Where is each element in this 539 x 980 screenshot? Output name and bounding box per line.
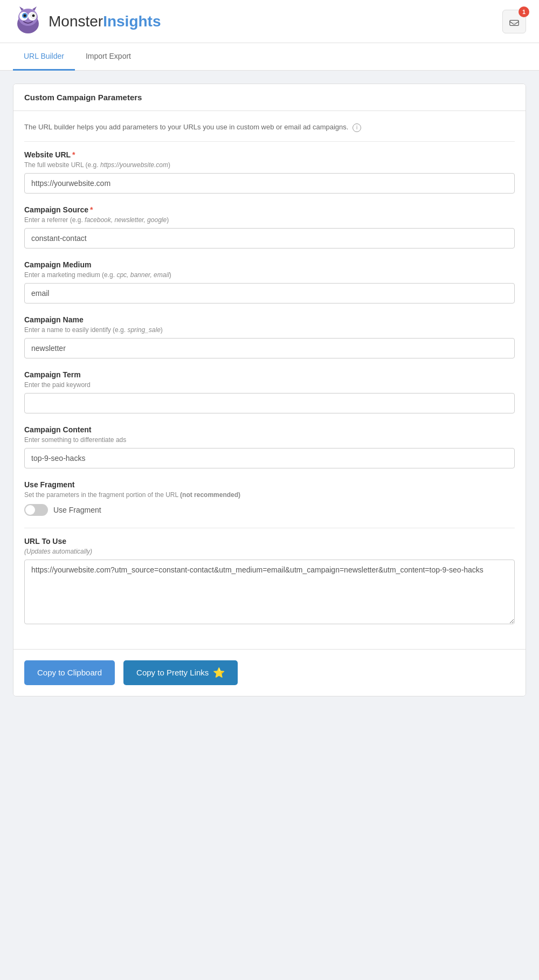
campaign-name-hint: Enter a name to easily identify (e.g. sp… (24, 326, 515, 334)
url-to-use-label-text: URL To Use (24, 537, 66, 546)
inbox-icon (509, 16, 519, 27)
logo: MonsterInsights (13, 6, 161, 37)
campaign-content-label: Campaign Content (24, 425, 515, 434)
campaign-content-hint: Enter something to differentiate ads (24, 436, 515, 444)
card-title: Custom Campaign Parameters (13, 84, 526, 111)
campaign-name-hint-end: ) (161, 326, 163, 334)
website-url-hint: The full website URL (e.g. https://yourw… (24, 161, 515, 169)
campaign-source-required: * (90, 205, 93, 214)
website-url-input[interactable] (24, 173, 515, 194)
logo-text: MonsterInsights (49, 13, 161, 30)
use-fragment-group: Use Fragment Set the parameters in the f… (24, 480, 515, 516)
campaign-term-hint-plain: Enter the paid keyword (24, 381, 91, 389)
campaign-source-hint-end: ) (167, 216, 169, 224)
website-url-label-text: Website URL (24, 150, 71, 159)
tab-url-builder[interactable]: URL Builder (13, 43, 75, 71)
website-url-required: * (72, 150, 75, 159)
website-url-group: Website URL* The full website URL (e.g. … (24, 150, 515, 194)
notification-badge: 1 (519, 6, 529, 17)
toggle-label-text: Use Fragment (53, 506, 101, 514)
campaign-content-hint-plain: Enter something to differentiate ads (24, 436, 126, 444)
campaign-content-label-text: Campaign Content (24, 425, 91, 434)
campaign-source-hint-italic: facebook, newsletter, google (85, 216, 167, 224)
campaign-medium-group: Campaign Medium Enter a marketing medium… (24, 260, 515, 303)
toggle-slider (24, 504, 48, 516)
logo-text-accent: Insights (103, 13, 161, 30)
use-fragment-label-text: Use Fragment (24, 480, 74, 489)
campaign-source-label-text: Campaign Source (24, 205, 88, 214)
description-text: The URL builder helps you add parameters… (24, 122, 515, 133)
divider-2 (24, 528, 515, 528)
campaign-card: Custom Campaign Parameters The URL build… (13, 84, 526, 696)
main-content: Custom Campaign Parameters The URL build… (0, 71, 539, 709)
copy-clipboard-label: Copy to Clipboard (37, 668, 102, 677)
use-fragment-hint-bold: (not recommended) (180, 491, 240, 499)
campaign-medium-hint-plain: Enter a marketing medium (e.g. (24, 271, 116, 279)
website-url-label: Website URL* (24, 150, 515, 159)
campaign-name-group: Campaign Name Enter a name to easily ide… (24, 315, 515, 358)
campaign-content-group: Campaign Content Enter something to diff… (24, 425, 515, 468)
copy-pretty-links-button[interactable]: Copy to Pretty Links ⭐ (123, 660, 238, 685)
header-right: 1 (502, 10, 526, 33)
description-content: The URL builder helps you add parameters… (24, 123, 348, 131)
website-url-hint-end: ) (168, 161, 170, 169)
copy-clipboard-button[interactable]: Copy to Clipboard (24, 660, 115, 685)
bottom-buttons: Copy to Clipboard Copy to Pretty Links ⭐ (13, 649, 526, 696)
website-url-hint-plain: The full website URL (e.g. (24, 161, 100, 169)
campaign-source-label: Campaign Source* (24, 205, 515, 214)
campaign-term-label-text: Campaign Term (24, 370, 81, 379)
logo-text-plain: Monster (49, 13, 103, 30)
campaign-source-input[interactable] (24, 228, 515, 249)
campaign-source-hint-plain: Enter a referrer (e.g. (24, 216, 85, 224)
use-fragment-toggle[interactable] (24, 504, 48, 516)
campaign-source-hint: Enter a referrer (e.g. facebook, newslet… (24, 216, 515, 224)
use-fragment-label: Use Fragment (24, 480, 515, 489)
svg-point-7 (32, 14, 35, 17)
campaign-name-hint-italic: spring_sale (127, 326, 160, 334)
campaign-medium-hint-italic: cpc, banner, email (116, 271, 169, 279)
campaign-name-hint-plain: Enter a name to easily identify (e.g. (24, 326, 127, 334)
app-header: MonsterInsights 1 (0, 0, 539, 43)
url-to-use-textarea[interactable]: https://yourwebsite.com?utm_source=const… (24, 560, 515, 624)
tabs-nav: URL Builder Import Export (0, 43, 539, 71)
divider-1 (24, 141, 515, 142)
campaign-name-label: Campaign Name (24, 315, 515, 324)
campaign-source-group: Campaign Source* Enter a referrer (e.g. … (24, 205, 515, 249)
url-to-use-group: URL To Use (Updates automatically) https… (24, 537, 515, 626)
logo-icon (13, 6, 43, 37)
campaign-medium-label: Campaign Medium (24, 260, 515, 269)
url-to-use-label: URL To Use (24, 537, 515, 546)
campaign-term-input[interactable] (24, 393, 515, 413)
toggle-row: Use Fragment (24, 504, 515, 516)
campaign-term-label: Campaign Term (24, 370, 515, 379)
campaign-term-hint: Enter the paid keyword (24, 381, 515, 389)
svg-point-6 (24, 14, 26, 17)
info-icon[interactable]: i (353, 123, 361, 132)
use-fragment-hint-text: Set the parameters in the fragment porti… (24, 491, 178, 499)
url-auto-text: (Updates automatically) (24, 548, 515, 555)
tab-import-export[interactable]: Import Export (75, 43, 142, 71)
website-url-hint-italic: https://yourwebsite.com (100, 161, 168, 169)
campaign-medium-input[interactable] (24, 283, 515, 303)
copy-pretty-links-label: Copy to Pretty Links (136, 668, 209, 677)
campaign-content-input[interactable] (24, 448, 515, 468)
campaign-name-label-text: Campaign Name (24, 315, 84, 324)
use-fragment-hint: Set the parameters in the fragment porti… (24, 491, 515, 499)
star-icon: ⭐ (213, 667, 225, 679)
card-body: The URL builder helps you add parameters… (13, 111, 526, 649)
campaign-term-group: Campaign Term Enter the paid keyword (24, 370, 515, 413)
campaign-medium-label-text: Campaign Medium (24, 260, 91, 269)
campaign-medium-hint-end: ) (169, 271, 171, 279)
campaign-medium-hint: Enter a marketing medium (e.g. cpc, bann… (24, 271, 515, 279)
campaign-name-input[interactable] (24, 338, 515, 358)
